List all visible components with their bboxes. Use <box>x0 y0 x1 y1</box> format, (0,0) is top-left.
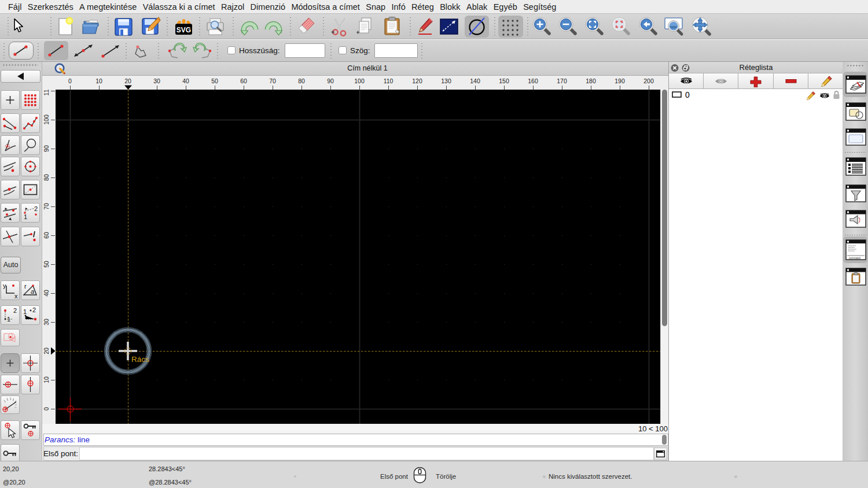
svg-text:90: 90 <box>43 145 50 152</box>
svg-text:60: 60 <box>43 232 50 239</box>
svg-text:y: y <box>3 282 6 289</box>
svg-text:170: 170 <box>557 77 567 84</box>
svg-text:130: 130 <box>441 77 451 84</box>
svg-text:a: a <box>31 288 34 295</box>
svg-text:160: 160 <box>528 77 538 84</box>
svg-text:20: 20 <box>43 347 50 354</box>
svg-text:190: 190 <box>615 77 625 84</box>
svg-text:70: 70 <box>269 77 276 84</box>
svg-text:2: 2 <box>13 307 17 314</box>
svg-text:1: 1 <box>7 316 10 323</box>
svg-text:100: 100 <box>43 114 50 125</box>
svg-text:10: 10 <box>43 376 50 383</box>
svg-text:2: 2 <box>34 205 38 212</box>
svg-text:1: 1 <box>23 308 27 315</box>
svg-text:command: command <box>849 257 860 260</box>
svg-text:80: 80 <box>43 174 50 181</box>
svg-text:r: r <box>24 283 27 290</box>
svg-text:x: x <box>14 293 18 300</box>
svg-text:180: 180 <box>586 77 596 84</box>
svg-text:30: 30 <box>153 77 160 84</box>
svg-text:70: 70 <box>43 203 50 210</box>
svg-text:40: 40 <box>182 77 189 84</box>
svg-text:0: 0 <box>43 407 50 411</box>
svg-text:2: 2 <box>32 306 36 313</box>
svg-text:SVG: SVG <box>176 26 191 34</box>
svg-text:Rács: Rács <box>131 355 149 364</box>
svg-text:60: 60 <box>240 77 247 84</box>
svg-text:110: 110 <box>43 90 50 95</box>
svg-text:30: 30 <box>43 319 50 326</box>
svg-text:90: 90 <box>327 77 334 84</box>
svg-text:1: 1 <box>24 213 27 220</box>
svg-text:150: 150 <box>499 77 509 84</box>
svg-text:110: 110 <box>384 77 393 84</box>
svg-text:50: 50 <box>43 261 50 268</box>
svg-text:100: 100 <box>354 77 365 84</box>
svg-text:40: 40 <box>43 290 50 297</box>
svg-text:200: 200 <box>643 77 654 84</box>
svg-text:80: 80 <box>298 77 305 84</box>
svg-text:120: 120 <box>412 77 422 84</box>
svg-text:10: 10 <box>95 77 102 84</box>
svg-text:20: 20 <box>124 77 131 84</box>
svg-text:50: 50 <box>211 77 218 84</box>
svg-text:140: 140 <box>470 77 480 84</box>
svg-text:0: 0 <box>68 77 72 84</box>
